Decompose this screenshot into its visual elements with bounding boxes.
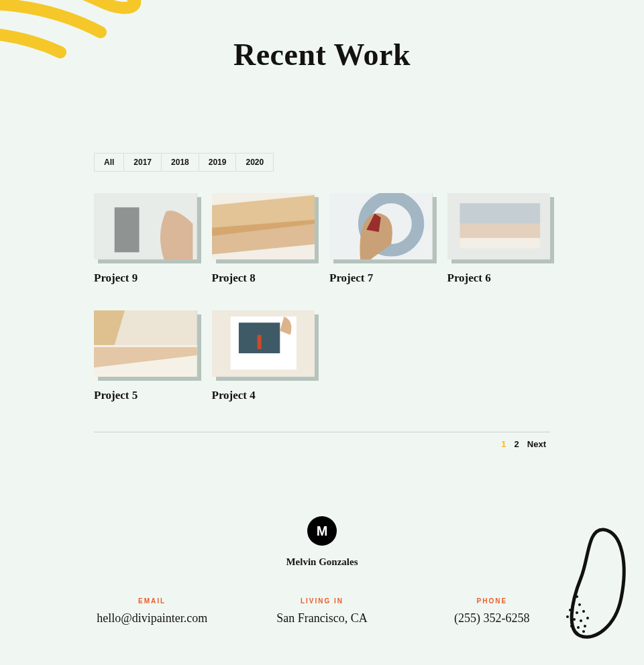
- contact-living-in: Living InSan Francisco, CA: [237, 597, 407, 625]
- project-title: Project 4: [212, 389, 315, 402]
- contact-value: (255) 352-6258: [407, 611, 577, 625]
- svg-point-24: [586, 617, 589, 619]
- svg-rect-7: [460, 203, 540, 223]
- page-link-1[interactable]: 1: [497, 438, 510, 450]
- page-next[interactable]: Next: [523, 438, 550, 450]
- project-thumbnail: [447, 193, 551, 259]
- project-title: Project 9: [94, 271, 197, 285]
- contact-label: Living In: [237, 597, 407, 605]
- project-thumbnail: [212, 310, 315, 377]
- page-title: Recent Work: [0, 37, 644, 72]
- portfolio-grid: Project 9Project 8Project 7Project 6Proj…: [94, 193, 550, 402]
- filter-tab-2017[interactable]: 2017: [123, 153, 162, 172]
- project-card[interactable]: Project 8: [212, 193, 315, 285]
- svg-point-20: [582, 610, 585, 613]
- project-thumbnail: [212, 193, 315, 259]
- project-card[interactable]: Project 9: [94, 193, 197, 285]
- svg-rect-1: [115, 207, 140, 252]
- page-link-2[interactable]: 2: [511, 438, 523, 450]
- contact-email: Emailhello@divipainter.com: [67, 597, 237, 625]
- filter-tab-all[interactable]: All: [94, 153, 124, 172]
- author-name: Melvin Gonzales: [67, 556, 577, 568]
- project-title: Project 7: [329, 271, 433, 285]
- contact-row: Emailhello@divipainter.comLiving InSan F…: [67, 597, 577, 625]
- filter-tab-2020[interactable]: 2020: [235, 153, 274, 172]
- project-card[interactable]: Project 6: [447, 193, 551, 285]
- filter-tab-2019[interactable]: 2019: [199, 153, 237, 172]
- project-title: Project 5: [94, 389, 197, 402]
- contact-value: San Francisco, CA: [237, 611, 407, 625]
- pagination: 12Next: [94, 439, 550, 449]
- svg-point-26: [577, 626, 580, 629]
- contact-phone: Phone(255) 352-6258: [407, 597, 577, 625]
- contact-label: Phone: [407, 597, 577, 605]
- svg-point-28: [576, 631, 578, 634]
- project-thumbnail: [94, 310, 197, 377]
- svg-point-27: [584, 625, 586, 627]
- project-thumbnail: [94, 193, 197, 259]
- project-card[interactable]: Project 7: [329, 193, 433, 285]
- project-card[interactable]: Project 4: [212, 310, 315, 402]
- project-card[interactable]: Project 5: [94, 310, 197, 402]
- filter-tab-2018[interactable]: 2018: [161, 153, 199, 172]
- svg-point-29: [582, 630, 585, 633]
- svg-rect-8: [460, 224, 540, 238]
- svg-point-23: [580, 619, 582, 622]
- filter-tabs: All2017201820192020: [94, 153, 550, 172]
- divider: [94, 432, 550, 432]
- footer: M Melvin Gonzales Emailhello@divipainter…: [67, 516, 577, 625]
- portfolio-section: All2017201820192020 Project 9Project 8Pr…: [94, 153, 550, 449]
- project-title: Project 6: [447, 271, 551, 285]
- svg-point-17: [578, 603, 581, 606]
- contact-label: Email: [67, 597, 237, 605]
- project-title: Project 8: [212, 271, 315, 285]
- project-thumbnail: [329, 193, 433, 259]
- logo-badge: M: [307, 516, 337, 546]
- svg-rect-14: [257, 335, 261, 349]
- contact-value: hello@divipainter.com: [67, 611, 237, 625]
